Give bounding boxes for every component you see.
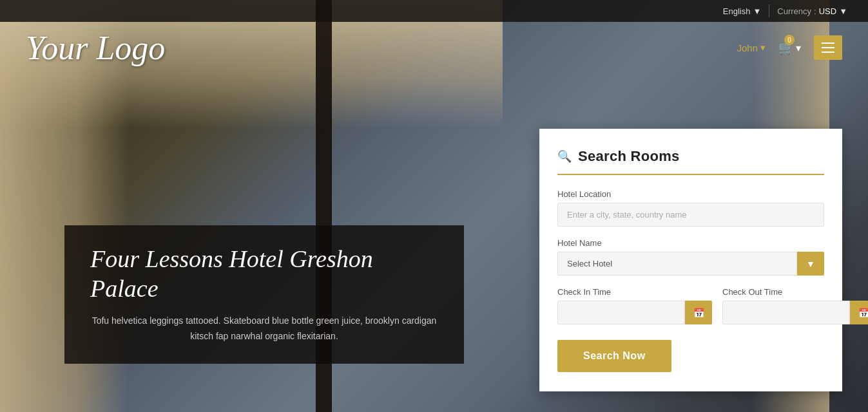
calendar-icon-checkout: 📅 xyxy=(858,308,869,318)
user-menu-button[interactable]: John ▾ xyxy=(737,42,766,53)
hotel-select-wrapper: Select Hotel Hotel A Hotel B Hotel C ▼ xyxy=(557,252,824,276)
search-title-row: 🔍 Search Rooms xyxy=(557,148,824,175)
menu-line-1 xyxy=(822,42,834,44)
top-bar: English ▼ Currency : USD ▼ xyxy=(0,0,868,22)
hotel-name-label: Hotel Name xyxy=(557,238,824,248)
language-chevron: ▼ xyxy=(753,6,761,16)
checkin-input[interactable] xyxy=(557,301,685,324)
hero-title: Four Lessons Hotel Greshon Palace xyxy=(90,245,438,303)
search-panel: 🔍 Search Rooms Hotel Location Hotel Name… xyxy=(539,129,842,391)
checkin-label: Check In Time xyxy=(557,287,712,297)
site-logo: Your Logo xyxy=(26,29,165,67)
hotel-location-group: Hotel Location xyxy=(557,189,824,227)
hotel-select-arrow-button[interactable]: ▼ xyxy=(797,252,824,276)
hotel-name-group: Hotel Name Select Hotel Hotel A Hotel B … xyxy=(557,238,824,276)
currency-selector[interactable]: Currency : USD ▼ xyxy=(769,6,855,16)
checkout-input[interactable] xyxy=(722,301,850,324)
currency-value: USD xyxy=(819,6,836,16)
menu-line-3 xyxy=(822,52,834,53)
menu-line-2 xyxy=(822,47,834,48)
header: Your Logo John ▾ 🛒 0 ▾ xyxy=(0,22,868,73)
hero-description: Tofu helvetica leggings tattooed. Skateb… xyxy=(90,314,438,344)
checkout-label: Check Out Time xyxy=(722,287,868,297)
currency-chevron: ▼ xyxy=(839,6,847,16)
currency-separator: : xyxy=(814,6,816,16)
cart-button[interactable]: 🛒 0 ▾ xyxy=(778,40,801,55)
checkin-calendar-button[interactable]: 📅 xyxy=(685,301,712,324)
header-actions: John ▾ 🛒 0 ▾ xyxy=(737,35,842,60)
hotel-name-select[interactable]: Select Hotel Hotel A Hotel B Hotel C xyxy=(557,252,797,276)
checkout-calendar-button[interactable]: 📅 xyxy=(850,301,868,324)
cart-chevron: ▾ xyxy=(796,42,801,54)
currency-label: Currency xyxy=(777,6,811,16)
hero-section: Four Lessons Hotel Greshon Palace Tofu h… xyxy=(64,225,464,364)
cart-badge: 0 xyxy=(784,35,795,45)
calendar-icon-checkin: 📅 xyxy=(693,308,704,318)
user-chevron: ▾ xyxy=(760,42,766,53)
user-name: John xyxy=(737,42,758,53)
language-selector[interactable]: English ▼ xyxy=(715,6,769,16)
language-label: English xyxy=(723,6,751,16)
hotel-location-label: Hotel Location xyxy=(557,189,824,199)
search-icon: 🔍 xyxy=(557,149,572,164)
checkin-group: Check In Time 📅 xyxy=(557,287,712,324)
hotel-location-input[interactable] xyxy=(557,203,824,227)
chevron-down-icon: ▼ xyxy=(806,259,815,269)
search-now-button[interactable]: Search Now xyxy=(557,340,671,372)
checkout-group: Check Out Time 📅 xyxy=(722,287,868,324)
date-row: Check In Time 📅 Check Out Time 📅 xyxy=(557,287,824,324)
checkout-input-wrapper: 📅 xyxy=(722,301,868,324)
search-panel-title: Search Rooms xyxy=(578,148,680,165)
hamburger-menu-button[interactable] xyxy=(814,35,842,60)
checkin-input-wrapper: 📅 xyxy=(557,301,712,324)
